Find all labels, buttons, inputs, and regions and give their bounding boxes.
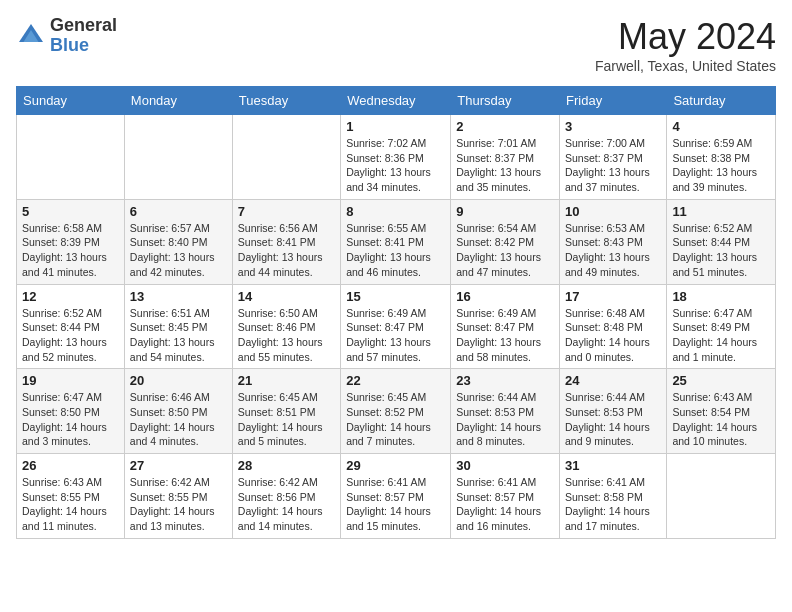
day-header-wednesday: Wednesday [341,87,451,115]
calendar-cell: 30Sunrise: 6:41 AMSunset: 8:57 PMDayligh… [451,454,560,539]
day-info: Sunrise: 6:45 AMSunset: 8:51 PMDaylight:… [238,390,335,449]
day-info: Sunrise: 7:01 AMSunset: 8:37 PMDaylight:… [456,136,554,195]
week-row-2: 5Sunrise: 6:58 AMSunset: 8:39 PMDaylight… [17,199,776,284]
day-header-monday: Monday [124,87,232,115]
day-number: 3 [565,119,661,134]
calendar-cell: 31Sunrise: 6:41 AMSunset: 8:58 PMDayligh… [560,454,667,539]
day-info: Sunrise: 6:41 AMSunset: 8:57 PMDaylight:… [456,475,554,534]
week-row-5: 26Sunrise: 6:43 AMSunset: 8:55 PMDayligh… [17,454,776,539]
calendar-cell: 22Sunrise: 6:45 AMSunset: 8:52 PMDayligh… [341,369,451,454]
day-number: 26 [22,458,119,473]
day-info: Sunrise: 6:49 AMSunset: 8:47 PMDaylight:… [346,306,445,365]
calendar-cell: 7Sunrise: 6:56 AMSunset: 8:41 PMDaylight… [232,199,340,284]
day-number: 18 [672,289,770,304]
day-info: Sunrise: 6:43 AMSunset: 8:55 PMDaylight:… [22,475,119,534]
calendar-cell [667,454,776,539]
day-number: 5 [22,204,119,219]
calendar-cell [232,115,340,200]
day-info: Sunrise: 7:00 AMSunset: 8:37 PMDaylight:… [565,136,661,195]
day-info: Sunrise: 6:51 AMSunset: 8:45 PMDaylight:… [130,306,227,365]
day-info: Sunrise: 6:58 AMSunset: 8:39 PMDaylight:… [22,221,119,280]
day-number: 19 [22,373,119,388]
day-header-tuesday: Tuesday [232,87,340,115]
day-number: 12 [22,289,119,304]
day-info: Sunrise: 6:49 AMSunset: 8:47 PMDaylight:… [456,306,554,365]
day-info: Sunrise: 6:52 AMSunset: 8:44 PMDaylight:… [22,306,119,365]
calendar-header-row: SundayMondayTuesdayWednesdayThursdayFrid… [17,87,776,115]
day-info: Sunrise: 6:57 AMSunset: 8:40 PMDaylight:… [130,221,227,280]
calendar-cell: 9Sunrise: 6:54 AMSunset: 8:42 PMDaylight… [451,199,560,284]
week-row-1: 1Sunrise: 7:02 AMSunset: 8:36 PMDaylight… [17,115,776,200]
day-number: 11 [672,204,770,219]
calendar-cell: 11Sunrise: 6:52 AMSunset: 8:44 PMDayligh… [667,199,776,284]
day-info: Sunrise: 6:55 AMSunset: 8:41 PMDaylight:… [346,221,445,280]
calendar-cell: 24Sunrise: 6:44 AMSunset: 8:53 PMDayligh… [560,369,667,454]
calendar-cell: 26Sunrise: 6:43 AMSunset: 8:55 PMDayligh… [17,454,125,539]
calendar-cell: 28Sunrise: 6:42 AMSunset: 8:56 PMDayligh… [232,454,340,539]
calendar-cell: 14Sunrise: 6:50 AMSunset: 8:46 PMDayligh… [232,284,340,369]
day-number: 21 [238,373,335,388]
day-number: 20 [130,373,227,388]
day-number: 6 [130,204,227,219]
day-number: 8 [346,204,445,219]
calendar-table: SundayMondayTuesdayWednesdayThursdayFrid… [16,86,776,539]
calendar-cell: 3Sunrise: 7:00 AMSunset: 8:37 PMDaylight… [560,115,667,200]
day-info: Sunrise: 6:44 AMSunset: 8:53 PMDaylight:… [456,390,554,449]
logo: General Blue [16,16,117,56]
calendar-cell: 4Sunrise: 6:59 AMSunset: 8:38 PMDaylight… [667,115,776,200]
day-info: Sunrise: 6:42 AMSunset: 8:55 PMDaylight:… [130,475,227,534]
day-number: 25 [672,373,770,388]
month-title: May 2024 [595,16,776,58]
day-info: Sunrise: 6:44 AMSunset: 8:53 PMDaylight:… [565,390,661,449]
calendar-cell: 27Sunrise: 6:42 AMSunset: 8:55 PMDayligh… [124,454,232,539]
day-number: 17 [565,289,661,304]
day-info: Sunrise: 6:53 AMSunset: 8:43 PMDaylight:… [565,221,661,280]
day-header-saturday: Saturday [667,87,776,115]
title-block: May 2024 Farwell, Texas, United States [595,16,776,74]
day-info: Sunrise: 6:42 AMSunset: 8:56 PMDaylight:… [238,475,335,534]
day-info: Sunrise: 6:52 AMSunset: 8:44 PMDaylight:… [672,221,770,280]
day-number: 31 [565,458,661,473]
day-header-thursday: Thursday [451,87,560,115]
calendar-cell: 18Sunrise: 6:47 AMSunset: 8:49 PMDayligh… [667,284,776,369]
calendar-cell: 8Sunrise: 6:55 AMSunset: 8:41 PMDaylight… [341,199,451,284]
day-info: Sunrise: 6:48 AMSunset: 8:48 PMDaylight:… [565,306,661,365]
day-number: 22 [346,373,445,388]
day-info: Sunrise: 6:41 AMSunset: 8:58 PMDaylight:… [565,475,661,534]
calendar-cell: 29Sunrise: 6:41 AMSunset: 8:57 PMDayligh… [341,454,451,539]
calendar-cell: 10Sunrise: 6:53 AMSunset: 8:43 PMDayligh… [560,199,667,284]
calendar-cell [124,115,232,200]
page-header: General Blue May 2024 Farwell, Texas, Un… [16,16,776,74]
day-number: 14 [238,289,335,304]
calendar-cell: 20Sunrise: 6:46 AMSunset: 8:50 PMDayligh… [124,369,232,454]
calendar-cell: 16Sunrise: 6:49 AMSunset: 8:47 PMDayligh… [451,284,560,369]
calendar-cell: 12Sunrise: 6:52 AMSunset: 8:44 PMDayligh… [17,284,125,369]
day-number: 2 [456,119,554,134]
day-info: Sunrise: 6:47 AMSunset: 8:50 PMDaylight:… [22,390,119,449]
day-info: Sunrise: 6:43 AMSunset: 8:54 PMDaylight:… [672,390,770,449]
calendar-cell: 21Sunrise: 6:45 AMSunset: 8:51 PMDayligh… [232,369,340,454]
day-number: 1 [346,119,445,134]
day-number: 27 [130,458,227,473]
day-number: 10 [565,204,661,219]
logo-text: General Blue [50,16,117,56]
day-number: 15 [346,289,445,304]
day-header-sunday: Sunday [17,87,125,115]
calendar-cell: 1Sunrise: 7:02 AMSunset: 8:36 PMDaylight… [341,115,451,200]
day-number: 29 [346,458,445,473]
day-info: Sunrise: 6:54 AMSunset: 8:42 PMDaylight:… [456,221,554,280]
day-info: Sunrise: 6:50 AMSunset: 8:46 PMDaylight:… [238,306,335,365]
day-number: 23 [456,373,554,388]
day-number: 7 [238,204,335,219]
day-number: 13 [130,289,227,304]
calendar-cell: 17Sunrise: 6:48 AMSunset: 8:48 PMDayligh… [560,284,667,369]
calendar-cell: 6Sunrise: 6:57 AMSunset: 8:40 PMDaylight… [124,199,232,284]
logo-blue-text: Blue [50,36,117,56]
day-number: 4 [672,119,770,134]
day-number: 24 [565,373,661,388]
calendar-cell: 15Sunrise: 6:49 AMSunset: 8:47 PMDayligh… [341,284,451,369]
day-info: Sunrise: 6:45 AMSunset: 8:52 PMDaylight:… [346,390,445,449]
calendar-cell: 2Sunrise: 7:01 AMSunset: 8:37 PMDaylight… [451,115,560,200]
calendar-cell: 13Sunrise: 6:51 AMSunset: 8:45 PMDayligh… [124,284,232,369]
logo-icon [16,21,46,51]
